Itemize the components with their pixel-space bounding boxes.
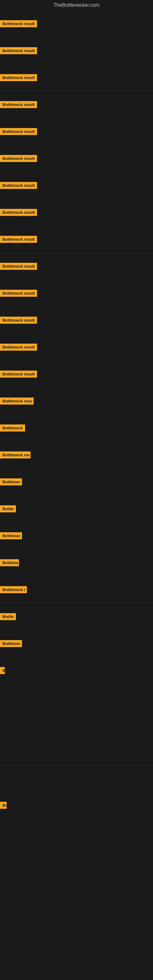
bottleneck-row-8: Bottleneck result	[0, 199, 153, 226]
bottleneck-label-7[interactable]: Bottleneck result	[0, 182, 37, 189]
bottleneck-row-11: Bottleneck result	[0, 280, 153, 307]
bottleneck-label-8[interactable]: Bottleneck result	[0, 209, 37, 216]
bottleneck-row-21: Bottlene	[0, 549, 153, 576]
bottleneck-label-14[interactable]: Bottleneck result	[0, 371, 37, 378]
bottleneck-row-27	[0, 711, 153, 738]
bottleneck-label-10[interactable]: Bottleneck result	[0, 263, 37, 270]
bottleneck-row-14: Bottleneck result	[0, 361, 153, 388]
bottleneck-label-3[interactable]: Bottleneck result	[0, 74, 37, 81]
bottleneck-label-13[interactable]: Bottleneck result	[0, 344, 37, 351]
bottleneck-row-29	[0, 765, 153, 792]
bottleneck-row-25: B	[0, 657, 153, 684]
bottleneck-label-12[interactable]: Bottleneck result	[0, 317, 37, 324]
bottleneck-label-22[interactable]: Bottleneck r	[0, 586, 27, 593]
bottleneck-label-17[interactable]: Bottleneck res	[0, 452, 30, 458]
bottleneck-label-21[interactable]: Bottlene	[0, 559, 19, 566]
bottleneck-row-30: Bo	[0, 792, 153, 819]
bottleneck-label-18[interactable]: Bottlenec	[0, 478, 22, 485]
bottleneck-label-30[interactable]: Bo	[0, 802, 7, 809]
bottleneck-row-24: Bottlenec	[0, 630, 153, 657]
bottleneck-row-18: Bottlenec	[0, 469, 153, 495]
bottleneck-row-2: Bottleneck result	[0, 37, 153, 64]
bottleneck-row-9: Bottleneck result	[0, 226, 153, 253]
bottleneck-row-13: Bottleneck result	[0, 334, 153, 361]
bottleneck-label-15[interactable]: Bottleneck resu	[0, 398, 33, 404]
bottleneck-row-1: Bottleneck result	[0, 10, 153, 37]
bottleneck-label-25[interactable]: B	[0, 667, 5, 674]
bottleneck-row-33	[0, 873, 153, 900]
bottleneck-row-28	[0, 738, 153, 765]
bottleneck-label-24[interactable]: Bottlenec	[0, 640, 22, 647]
bottleneck-label-2[interactable]: Bottleneck result	[0, 47, 37, 54]
bottleneck-label-1[interactable]: Bottleneck result	[0, 20, 37, 27]
bottleneck-row-22: Bottleneck r	[0, 576, 153, 603]
bottleneck-row-17: Bottleneck res	[0, 442, 153, 469]
bottleneck-row-4: Bottleneck result	[0, 91, 153, 118]
bottleneck-label-9[interactable]: Bottleneck result	[0, 236, 37, 243]
bottleneck-row-20: Bottlenec	[0, 522, 153, 549]
bottleneck-row-6: Bottleneck result	[0, 145, 153, 172]
bottleneck-row-16: Bottleneck	[0, 415, 153, 442]
bottleneck-row-15: Bottleneck resu	[0, 388, 153, 415]
bottleneck-label-23[interactable]: Bottle	[0, 613, 16, 620]
bottleneck-row-31	[0, 819, 153, 846]
bottleneck-row-23: Bottle	[0, 603, 153, 630]
bottleneck-label-16[interactable]: Bottleneck	[0, 425, 25, 431]
bottleneck-row-3: Bottleneck result	[0, 64, 153, 91]
bottleneck-row-19: Bottle	[0, 495, 153, 522]
bottleneck-row-10: Bottleneck result	[0, 253, 153, 280]
rows-container: Bottleneck resultBottleneck resultBottle…	[0, 10, 153, 900]
bottleneck-label-5[interactable]: Bottleneck result	[0, 128, 37, 135]
bottleneck-label-4[interactable]: Bottleneck result	[0, 101, 37, 108]
bottleneck-label-11[interactable]: Bottleneck result	[0, 290, 37, 297]
bottleneck-row-26	[0, 684, 153, 711]
site-title: TheBottlenecker.com	[0, 0, 153, 10]
bottleneck-row-5: Bottleneck result	[0, 118, 153, 145]
bottleneck-row-32	[0, 846, 153, 873]
bottleneck-label-20[interactable]: Bottlenec	[0, 532, 22, 539]
bottleneck-row-12: Bottleneck result	[0, 307, 153, 334]
bottleneck-label-19[interactable]: Bottle	[0, 505, 16, 512]
site-header: TheBottlenecker.com	[0, 0, 153, 10]
bottleneck-label-6[interactable]: Bottleneck result	[0, 155, 37, 162]
bottleneck-row-7: Bottleneck result	[0, 172, 153, 199]
